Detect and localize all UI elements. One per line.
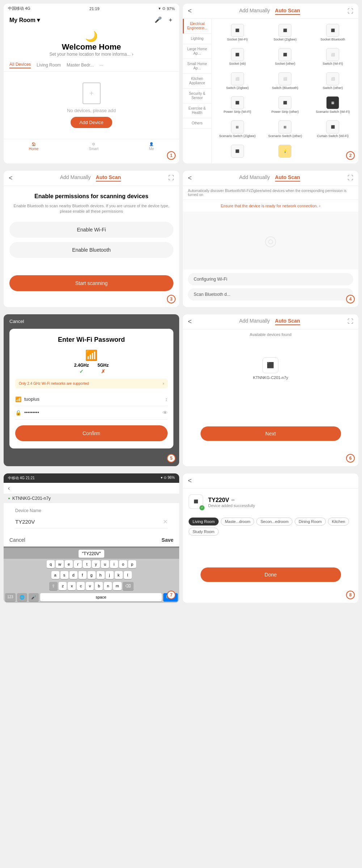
name-save-button[interactable]: Save [161,537,173,543]
key-q[interactable]: q [47,560,55,568]
room-second[interactable]: Secon...edroom [256,518,292,526]
room-kitchen[interactable]: Kitchen [328,518,349,526]
device-socket-other[interactable]: ⬛Socket (other) [262,46,308,68]
add-icon[interactable]: ＋ [168,16,173,24]
room-study[interactable]: Study Room [189,528,219,536]
cat-small-home[interactable]: Small Home Ap... [183,59,211,74]
tab-auto-3[interactable]: Auto Scan [96,174,121,182]
ssid-clear-icon[interactable]: ↕ [165,396,168,402]
key-h[interactable]: h [97,571,105,579]
tab-manual-4[interactable]: Add Manually [239,174,270,182]
room-living[interactable]: Living Room [189,518,219,526]
device-socket-wifi[interactable]: ⬛Socket (Wi-Fi) [215,22,260,44]
device-socket-lamp[interactable]: 💡 [262,142,308,161]
key-123[interactable]: 123 [5,593,16,601]
key-y[interactable]: y [92,560,100,568]
expand-icon-4[interactable]: ⛶ [348,175,353,181]
key-m[interactable]: m [113,582,121,590]
key-backspace[interactable]: ⌫ [123,582,134,590]
key-s[interactable]: s [60,571,68,579]
device-name-clear-icon[interactable]: ✕ [163,518,168,525]
enable-bluetooth-button[interactable]: Enable Bluetooth [9,242,173,258]
key-t[interactable]: t [83,560,91,568]
device-scenario-wifi[interactable]: ▦Scenario Switch (Wi-Fi) [310,94,355,116]
key-v[interactable]: v [86,582,94,590]
device-curtain-wifi[interactable]: ⬛Curtain Switch (Wi-Fi) [310,118,355,140]
tab-auto-6[interactable]: Auto Scan [275,318,300,325]
password-toggle-icon[interactable]: 👁 [163,410,168,416]
back-button-6[interactable]: < [188,318,192,326]
key-r[interactable]: r [74,560,82,568]
key-o[interactable]: o [119,560,127,568]
tab-manual-6[interactable]: Add Manually [239,318,270,325]
tab-living-room[interactable]: Living Room [37,63,61,68]
device-socket-nb[interactable]: ⬛Socket (nb) [215,46,260,68]
done-edit-icon[interactable]: ✏ [231,498,235,503]
key-b[interactable]: b [95,582,103,590]
device-socket-zigbee[interactable]: ⬛Socket (Zigbee) [262,22,308,44]
back-button-8[interactable]: < [188,477,192,485]
key-space[interactable]: space [40,593,162,601]
start-scanning-button[interactable]: Start scanning [9,275,173,291]
key-l[interactable]: l [124,571,132,579]
device-switch-zigbee[interactable]: ⬜Switch (Zigbee) [215,70,260,92]
ssid-input[interactable] [24,396,162,402]
expand-icon-6[interactable]: ⛶ [348,318,353,325]
expand-icon[interactable]: ⛶ [348,8,353,14]
key-n[interactable]: n [104,582,112,590]
scan-link[interactable]: Ensure that the device is ready for netw… [183,200,358,212]
room-dining[interactable]: Dining Room [295,518,326,526]
tab-manual-3[interactable]: Add Manually [60,174,91,182]
enable-wifi-button[interactable]: Enable Wi-Fi [9,222,173,238]
device-scenario-other[interactable]: ▦Scenario Switch (other) [262,118,308,140]
key-e[interactable]: e [65,560,73,568]
cancel-text[interactable]: Cancel [9,319,24,324]
key-c[interactable]: c [77,582,85,590]
found-device-card[interactable]: ⬛ KTNNKG-C201-n7y [253,357,288,380]
name-cancel-button[interactable]: Cancel [9,537,25,543]
device-socket-bt[interactable]: ⬛Socket Bluetooth [310,22,355,44]
confirm-button[interactable]: Confirm [15,425,168,441]
add-device-button[interactable]: Add Device [71,117,112,128]
key-shift[interactable]: ⇧ [49,582,58,590]
back-button-3[interactable]: < [9,174,13,182]
back-button-7[interactable]: ‹ [8,485,10,492]
more-tabs-icon[interactable]: ··· [100,63,103,68]
cat-electrical[interactable]: Electrical Engineerin... [183,19,211,34]
key-i[interactable]: i [110,560,118,568]
expand-icon-3[interactable]: ⛶ [168,175,174,181]
tab-master-bed[interactable]: Master Bedr... [67,63,94,68]
cat-exercise[interactable]: Exercise & Health [183,103,211,118]
room-title[interactable]: My Room ▾ [9,17,40,24]
nav-home[interactable]: 🏠 Home [29,142,39,151]
tab-all-devices[interactable]: All Devices [9,62,31,68]
key-f[interactable]: f [79,571,87,579]
nav-smart[interactable]: ⚙ Smart [89,142,99,151]
cat-others[interactable]: Others [183,118,211,129]
key-w[interactable]: w [56,560,64,568]
key-p[interactable]: p [128,560,136,568]
cat-large-home[interactable]: Large Home Ap... [183,44,211,59]
back-button-2[interactable]: < [188,7,192,15]
device-scenario-zigbee[interactable]: ▦Scenario Switch (Zigbee) [215,118,260,140]
key-k[interactable]: k [115,571,123,579]
nav-me[interactable]: 👤 Me [149,142,154,151]
key-d[interactable]: d [70,571,77,579]
key-mic[interactable]: 🎤 [29,593,39,601]
cat-security[interactable]: Security & Sensor [183,89,211,103]
cat-kitchen[interactable]: Kitchen Appliance [183,74,211,89]
done-button[interactable]: Done [201,567,341,582]
key-x[interactable]: x [68,582,76,590]
key-g[interactable]: g [88,571,96,579]
back-button-4[interactable]: < [188,174,192,182]
device-switch-wifi[interactable]: ⬜Switch (Wi-Fi) [310,46,355,68]
device-strip-other[interactable]: ⬛Power Strip (other) [262,94,308,116]
key-j[interactable]: j [106,571,114,579]
mic-icon[interactable]: 🎤 [155,16,162,24]
tab-auto-scan[interactable]: Auto Scan [275,8,300,15]
tab-auto-4[interactable]: Auto Scan [275,174,300,182]
next-button[interactable]: Next [201,426,341,441]
key-globe[interactable]: 🌐 [17,593,27,601]
key-u[interactable]: u [101,560,109,568]
device-switch-bt[interactable]: ⬜Switch (Bluetooth) [262,70,308,92]
